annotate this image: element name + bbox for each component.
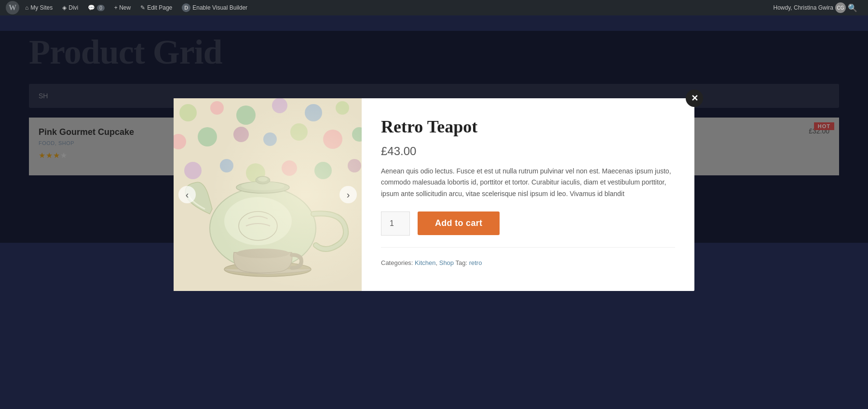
modal-product-price: £43.00 [381, 145, 675, 158]
modal-image-section: ‹ › [174, 98, 362, 291]
divi-icon: ◈ [62, 4, 67, 11]
add-to-cart-section: Add to cart [381, 211, 675, 236]
divi-badge: D [182, 3, 190, 12]
modal-product-title: Retro Teapot [381, 118, 675, 137]
my-sites-label: My Sites [30, 4, 53, 11]
edit-page-link[interactable]: ✎ Edit Page [136, 0, 177, 15]
admin-bar: W ⌂ My Sites ◈ Divi 💬 0 + New ✎ Edit Pag… [0, 0, 868, 15]
visual-builder-label: Enable Visual Builder [192, 4, 247, 11]
admin-bar-right: Howdy, Christina Gwira CG 🔍 [769, 2, 862, 13]
tag-retro-link[interactable]: retro [469, 259, 482, 266]
my-sites-menu[interactable]: ⌂ My Sites [20, 0, 57, 15]
modal-product-description: Aenean quis odio lectus. Fusce et est ut… [381, 166, 675, 200]
product-modal: ✕ [174, 98, 694, 291]
modal-close-button[interactable]: ✕ [686, 90, 703, 107]
modal-divider [381, 247, 675, 248]
svg-rect-29 [174, 98, 362, 291]
comments-menu[interactable]: 💬 0 [83, 0, 109, 15]
howdy-text: Howdy, Christina Gwira [773, 4, 833, 11]
tag-label: Tag: [455, 259, 467, 266]
divi-label: Divi [68, 4, 78, 11]
visual-builder-button[interactable]: D Enable Visual Builder [177, 0, 252, 15]
wordpress-logo[interactable]: W [6, 1, 19, 14]
new-menu[interactable]: + New [109, 0, 136, 15]
my-sites-icon: ⌂ [25, 4, 28, 11]
comment-count: 0 [97, 5, 105, 11]
add-to-cart-button[interactable]: Add to cart [418, 211, 500, 235]
edit-icon: ✎ [140, 4, 145, 11]
category-shop-link[interactable]: Shop [439, 259, 454, 266]
comment-icon: 💬 [88, 4, 95, 11]
category-kitchen-link[interactable]: Kitchen [415, 259, 435, 266]
product-image [174, 98, 362, 291]
modal-content: Retro Teapot £43.00 Aenean quis odio lec… [362, 98, 694, 291]
page-content: Product Grid SH £3.00 – £5.00 Pink Gourm… [0, 15, 868, 243]
categories-label: Categories: [381, 259, 413, 266]
avatar[interactable]: CG [835, 2, 846, 13]
modal-overlay[interactable]: ✕ [0, 31, 868, 243]
search-icon[interactable]: 🔍 [848, 3, 857, 13]
modal-meta: Categories: Kitchen, Shop Tag: retro [381, 259, 675, 266]
new-label: + New [114, 4, 131, 11]
quantity-input[interactable] [381, 211, 410, 236]
divi-menu[interactable]: ◈ Divi [57, 0, 83, 15]
modal-prev-button[interactable]: ‹ [178, 186, 196, 203]
modal-next-button[interactable]: › [339, 186, 357, 203]
edit-page-label: Edit Page [147, 4, 172, 11]
